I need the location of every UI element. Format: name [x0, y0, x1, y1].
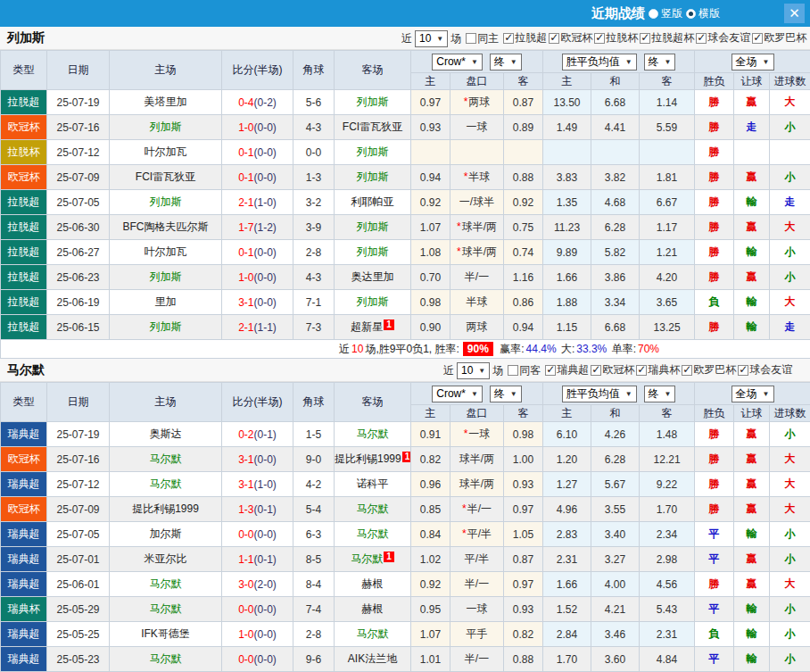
result-text: 贏: [747, 95, 757, 108]
result-text: 小: [785, 627, 796, 640]
crow-home-odds: 0.82: [411, 447, 450, 472]
filter-competition[interactable]: 瑞典超: [545, 362, 589, 377]
team-name: 赫根: [362, 577, 384, 590]
mean-home-odds: 1.15: [543, 315, 591, 340]
team-name: 马尔默: [357, 427, 389, 440]
away-team-cell: 列加斯: [335, 290, 411, 315]
handicap-line-text: 两球: [468, 95, 490, 108]
final-select[interactable]: 终: [490, 386, 522, 402]
team-name: 超新星: [351, 320, 383, 333]
filter-same-venue[interactable]: 同主: [466, 31, 499, 46]
result-goals: 大: [770, 290, 810, 315]
filter-competition[interactable]: 拉脱超杯: [640, 30, 694, 46]
red-card-badge: 1: [384, 319, 394, 330]
competition-badge: 瑞典超: [1, 622, 47, 647]
competition-badge: 瑞典超: [1, 422, 47, 447]
filter-competition[interactable]: 欧冠杯: [549, 30, 592, 46]
crow-select[interactable]: Crow*: [432, 54, 483, 71]
section-malmo: 马尔默 近 10 场 同客 瑞典超欧冠杯瑞典杯欧罗巴杯球会友谊 类型 日期 主场…: [0, 359, 810, 672]
filter-competition-label: 拉脱超: [515, 30, 547, 46]
team-name: FCI雷瓦狄亚: [136, 170, 195, 183]
crow-away-odds: 0.74: [504, 240, 543, 265]
corner-cell: 2-8: [293, 240, 335, 265]
radio-vertical[interactable]: 竖版: [649, 6, 682, 21]
recent-count-select[interactable]: 10: [457, 362, 490, 379]
crow-away-odds: 0.97: [504, 572, 543, 597]
result-goals: [770, 140, 810, 165]
close-button[interactable]: ✕: [784, 4, 805, 23]
mean-select-value: 胜平负均值: [566, 386, 620, 402]
sub-goals: 进球数: [770, 405, 810, 422]
away-team-cell: 马尔默: [335, 422, 411, 447]
home-team-cell: 美塔里加: [110, 90, 222, 115]
score-cell: 0-1(0-0): [222, 140, 293, 165]
handicap-line-cell: 两球: [450, 315, 504, 340]
scope-select[interactable]: 全场: [731, 54, 774, 71]
mean-draw-odds: 3.40: [591, 522, 640, 547]
radio-horizontal[interactable]: 横版: [686, 6, 720, 21]
handicap-line-text: 一/球半: [459, 195, 494, 208]
star-icon: *: [457, 245, 461, 258]
recent-count-select[interactable]: 10: [415, 30, 448, 47]
crow-select-value: Crow*: [436, 387, 466, 400]
mean-home-odds: 2.83: [543, 522, 591, 547]
recent-count-value: 10: [419, 32, 431, 45]
match-row: 欧冠杯25-07-09FCI雷瓦狄亚0-1(0-0)1-3列加斯0.94*半球0…: [1, 165, 810, 190]
handicap-line-text: 半/一: [465, 652, 489, 665]
sub-mean-draw: 和: [591, 405, 640, 422]
filter-competition[interactable]: 拉脱杯: [594, 30, 638, 46]
filter-competition[interactable]: 欧罗巴杯: [682, 362, 736, 377]
filter-competition[interactable]: 拉脱超: [503, 30, 547, 46]
filter-competition[interactable]: 瑞典杯: [636, 362, 680, 377]
final-select[interactable]: 终: [490, 54, 522, 71]
result-wdl: 負: [695, 290, 734, 315]
mean-select[interactable]: 胜平负均值: [562, 386, 637, 402]
mean-away-odds: 4.84: [640, 647, 695, 672]
final-select-2-value: 终: [649, 54, 659, 70]
result-text: 平: [709, 527, 720, 540]
mean-home-odds: 1.66: [543, 572, 591, 597]
match-row: 欧冠杯25-07-09提比利锡19991-3(0-1)5-4马尔默0.85*半/…: [1, 497, 810, 522]
fulltime-score: 3-1: [238, 478, 253, 491]
scope-select[interactable]: 全场: [731, 386, 774, 402]
date-cell: 25-07-05: [47, 522, 110, 547]
fulltime-score: 1-0: [238, 121, 253, 134]
mean-draw-odds: 3.60: [591, 647, 640, 672]
mean-select[interactable]: 胜平负均值: [562, 54, 637, 71]
score-cell: 1-1(0-1): [222, 547, 293, 572]
filter-competition[interactable]: 欧罗巴杯: [752, 30, 806, 46]
checkbox-unchecked-icon: [508, 365, 518, 376]
date-cell: 25-06-01: [47, 572, 110, 597]
team-name: 马尔默: [150, 452, 182, 465]
final-select-2[interactable]: 终: [644, 54, 676, 71]
result-text: 勝: [709, 145, 720, 158]
corner-cell: 8-5: [293, 547, 335, 572]
filter-competition[interactable]: 球会友谊: [738, 362, 792, 377]
final-select-2[interactable]: 终: [644, 386, 676, 402]
result-text: 贏: [747, 220, 757, 233]
fulltime-score: 2-1: [238, 321, 253, 334]
sub-home: 主: [411, 405, 450, 422]
result-text: 走: [785, 320, 796, 333]
crow-select[interactable]: Crow*: [432, 386, 483, 402]
result-handicap: 贏: [734, 472, 770, 497]
result-handicap: 贏: [734, 90, 770, 115]
mean-home-odds: 6.10: [543, 422, 591, 447]
result-handicap: 輸: [734, 290, 770, 315]
result-text: 小: [785, 170, 796, 183]
result-goals: 小: [770, 240, 810, 265]
filter-competition[interactable]: 欧冠杯: [591, 362, 634, 377]
date-cell: 25-05-29: [47, 597, 110, 622]
fulltime-score: 0-4: [238, 96, 253, 109]
score-cell: 3-0(2-0): [222, 572, 293, 597]
result-wdl: 勝: [695, 190, 734, 215]
mean-home-odds: 1.88: [543, 290, 591, 315]
result-wdl: 勝: [695, 215, 734, 240]
crow-home-odds: 0.92: [411, 190, 450, 215]
team-name: 马尔默: [150, 602, 182, 615]
filter-same-venue[interactable]: 同客: [508, 363, 541, 378]
result-handicap: 輸: [734, 522, 770, 547]
home-team-cell: 米亚尔比: [110, 547, 222, 572]
filter-competition[interactable]: 球会友谊: [696, 30, 750, 46]
date-cell: 25-07-05: [47, 190, 110, 215]
